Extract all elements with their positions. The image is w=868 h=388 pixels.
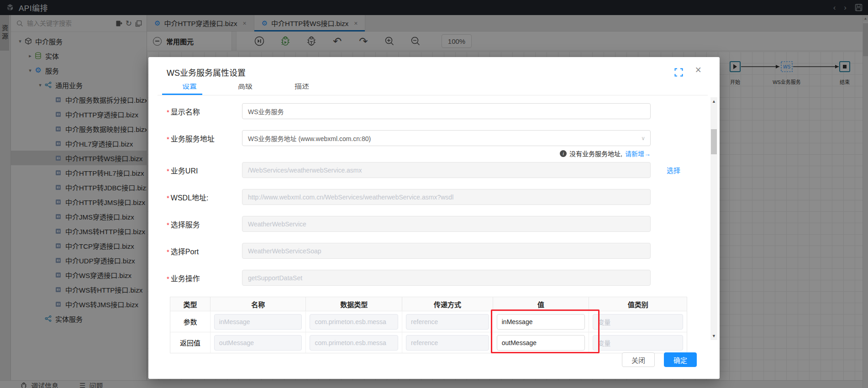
row-type-cell: 参数 (170, 311, 210, 332)
field-label: *显示名称 (167, 106, 242, 117)
dialog-scrollbar[interactable]: ▲ ▼ (710, 97, 717, 340)
display-name-input[interactable] (242, 103, 651, 119)
scroll-up-icon[interactable]: ▲ (710, 99, 717, 104)
ws-service-properties-dialog: WS业务服务属性设置 × 设置 高级 描述 *显示名称 *业务服务地址 WS业务… (148, 57, 720, 379)
operation-input (242, 270, 651, 286)
active-tab-underline (162, 94, 202, 95)
param-value-kind-input (593, 314, 683, 330)
field-label: *业务URI (167, 165, 242, 176)
close-dialog-icon[interactable]: × (695, 65, 701, 75)
param-pass-mode-input (406, 314, 489, 330)
col-pass-mode: 传递方式 (402, 297, 493, 311)
col-value-kind: 值类别 (589, 297, 687, 311)
param-value-input[interactable] (497, 314, 585, 330)
choose-link[interactable]: 选择 (667, 165, 680, 175)
field-label: *WSDL地址: (167, 192, 242, 203)
fullscreen-icon[interactable] (674, 68, 683, 77)
param-name-input (214, 314, 302, 330)
field-label: *业务服务地址 (167, 133, 242, 144)
select-service-input (242, 216, 651, 232)
form-row-select-port: *选择Port (167, 243, 708, 259)
form-row-operation: *业务操作 (167, 270, 708, 286)
table-row-return: 返回值 (170, 332, 687, 353)
add-new-link[interactable]: 请新增→ (625, 149, 651, 158)
note-text: 没有业务服务地址, (569, 149, 622, 158)
field-label: *选择Port (167, 246, 242, 257)
tab-description[interactable]: 描述 (295, 84, 309, 94)
return-pass-mode-input (406, 335, 489, 351)
ok-button[interactable]: 确定 (664, 352, 697, 367)
return-value-input[interactable] (497, 335, 585, 351)
row-type-cell: 返回值 (170, 332, 210, 353)
dialog-tabs: 设置 高级 描述 (160, 84, 708, 94)
chevron-down-icon: ∨ (641, 135, 645, 142)
form-row-service-address: *业务服务地址 WS业务服务地址 (www.webxml.com.cn:80) … (167, 130, 708, 146)
form-row-select-service: *选择服务 (167, 216, 708, 232)
return-name-input (214, 335, 302, 351)
scrollbar-thumb[interactable] (711, 129, 717, 154)
table-header-row: 类型 名称 数据类型 传递方式 值 值类别 (170, 297, 687, 311)
info-icon: i (560, 150, 567, 157)
field-label: *业务操作 (167, 273, 242, 283)
app-window: API编排 ‹ › 资源 ↻ (0, 0, 868, 388)
dialog-title: WS业务服务属性设置 (167, 66, 246, 78)
tabs-divider (158, 95, 708, 95)
return-value-kind-input (593, 335, 683, 351)
wsdl-address-input (242, 189, 651, 205)
col-name: 名称 (210, 297, 306, 311)
col-data-type: 数据类型 (306, 297, 402, 311)
form-row-wsdl-address: *WSDL地址: (167, 189, 708, 205)
field-label: *选择服务 (167, 219, 242, 230)
close-button[interactable]: 关闭 (622, 352, 655, 367)
tab-settings[interactable]: 设置 (182, 84, 197, 94)
col-type: 类型 (170, 297, 210, 311)
form-row-business-uri: *业务URI 选择 (167, 162, 708, 178)
parameters-table: 类型 名称 数据类型 传递方式 值 值类别 参数 返回值 (170, 297, 687, 353)
select-port-input (242, 243, 651, 259)
col-value: 值 (493, 297, 589, 311)
form-row-display-name: *显示名称 (167, 103, 708, 119)
scroll-down-icon[interactable]: ▼ (710, 334, 717, 338)
dialog-body: *显示名称 *业务服务地址 WS业务服务地址 (www.webxml.com.c… (167, 103, 708, 353)
param-data-type-input (310, 314, 398, 330)
return-data-type-input (310, 335, 398, 351)
business-uri-input (242, 162, 651, 178)
table-row-parameter: 参数 (170, 311, 687, 332)
service-address-select[interactable]: WS业务服务地址 (www.webxml.com.cn:80) ∨ (242, 130, 651, 146)
service-address-note: i 没有业务服务地址, 请新增→ (167, 149, 651, 158)
dialog-footer: 关闭 确定 (622, 352, 697, 367)
tab-advanced[interactable]: 高级 (238, 84, 253, 94)
